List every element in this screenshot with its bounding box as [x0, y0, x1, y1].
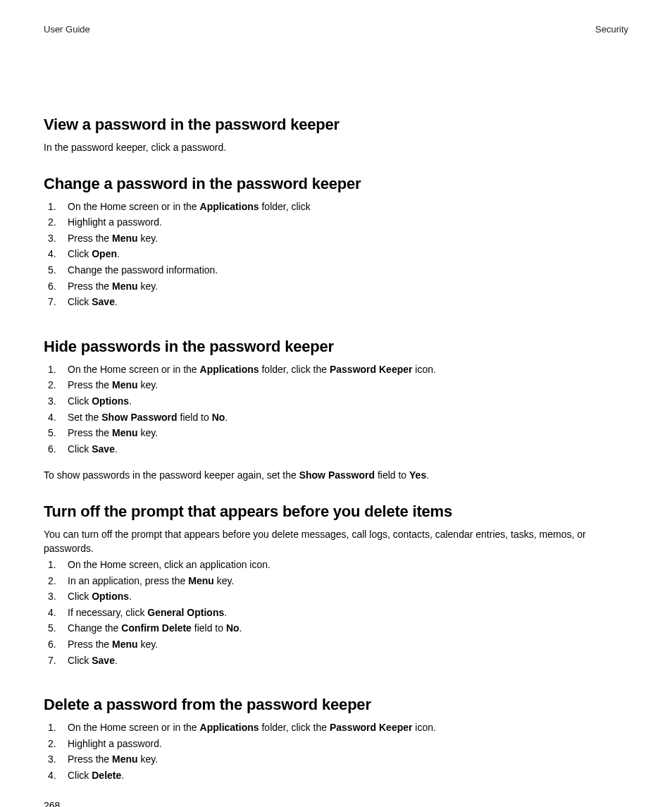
note-text: To show passwords in the password keeper…	[44, 469, 628, 483]
bold-text: General Options	[147, 607, 224, 618]
step-item: Press the Menu key.	[63, 280, 628, 294]
step-item: On the Home screen or in the Application…	[63, 200, 628, 214]
page-number: 268	[44, 800, 60, 807]
step-item: Click Save.	[63, 654, 628, 668]
step-item: Click Open.	[63, 247, 628, 261]
step-item: If necessary, click General Options.	[63, 606, 628, 620]
step-list: On the Home screen or in the Application…	[44, 363, 628, 457]
intro-text: You can turn off the prompt that appears…	[44, 528, 628, 555]
bold-text: Password Keeper	[330, 364, 413, 375]
section-heading: Hide passwords in the password keeper	[44, 338, 628, 356]
step-item: Click Save.	[63, 295, 628, 309]
step-item: Change the password information.	[63, 264, 628, 278]
step-list: On the Home screen, click an application…	[44, 558, 628, 667]
bold-text: Menu	[112, 379, 138, 390]
body-text: In the password keeper, click a password…	[44, 141, 628, 155]
header-left: User Guide	[44, 24, 90, 35]
bold-text: No	[226, 622, 239, 634]
bold-text: Applications	[200, 722, 259, 733]
bold-text: Menu	[112, 281, 138, 292]
bold-text: No	[212, 412, 225, 423]
bold-text: Confirm Delete	[121, 622, 192, 634]
bold-text: Applications	[200, 201, 259, 212]
bold-text: Menu	[188, 575, 214, 586]
step-item: Click Options.	[63, 395, 628, 409]
step-list: On the Home screen or in the Application…	[44, 721, 628, 782]
bold-text: Menu	[112, 753, 138, 765]
step-item: On the Home screen or in the Application…	[63, 721, 628, 735]
step-item: Highlight a password.	[63, 737, 628, 751]
step-item: Press the Menu key.	[63, 638, 628, 652]
bold-text: Menu	[112, 639, 138, 650]
bold-text: Open	[92, 248, 117, 259]
bold-text: Password Keeper	[330, 722, 413, 733]
step-item: Press the Menu key.	[63, 426, 628, 441]
step-item: Press the Menu key.	[63, 232, 628, 246]
page: User Guide Security View a password in t…	[0, 0, 672, 807]
step-item: On the Home screen or in the Application…	[63, 363, 628, 377]
bold-text: Delete	[92, 770, 121, 781]
section-heading: Turn off the prompt that appears before …	[44, 503, 628, 521]
step-item: Change the Confirm Delete field to No.	[63, 622, 628, 636]
section-heading: Change a password in the password keeper	[44, 175, 628, 193]
step-item: Set the Show Password field to No.	[63, 411, 628, 425]
step-list: On the Home screen or in the Application…	[44, 200, 628, 309]
bold-text: Options	[92, 591, 129, 602]
bold-text: Menu	[112, 233, 138, 244]
step-item: Click Delete.	[63, 769, 628, 783]
bold-text: Menu	[112, 427, 138, 438]
bold-text: Save	[92, 296, 115, 307]
bold-text: Save	[92, 655, 115, 666]
step-item: Highlight a password.	[63, 216, 628, 230]
step-item: In an application, press the Menu key.	[63, 574, 628, 589]
page-header: User Guide Security	[44, 24, 628, 35]
step-item: Click Options.	[63, 590, 628, 604]
step-item: Click Save.	[63, 443, 628, 457]
header-right: Security	[595, 24, 628, 35]
section-heading: Delete a password from the password keep…	[44, 696, 628, 714]
bold-text: Options	[92, 395, 129, 407]
bold-text: Show Password	[299, 469, 375, 481]
step-item: Press the Menu key.	[63, 378, 628, 393]
bold-text: Yes	[409, 469, 426, 481]
step-item: Press the Menu key.	[63, 753, 628, 767]
bold-text: Show Password	[101, 412, 177, 423]
section-heading: View a password in the password keeper	[44, 116, 628, 134]
step-item: On the Home screen, click an application…	[63, 558, 628, 572]
bold-text: Applications	[200, 364, 259, 375]
bold-text: Save	[92, 443, 115, 455]
content: View a password in the password keeperIn…	[44, 116, 628, 807]
